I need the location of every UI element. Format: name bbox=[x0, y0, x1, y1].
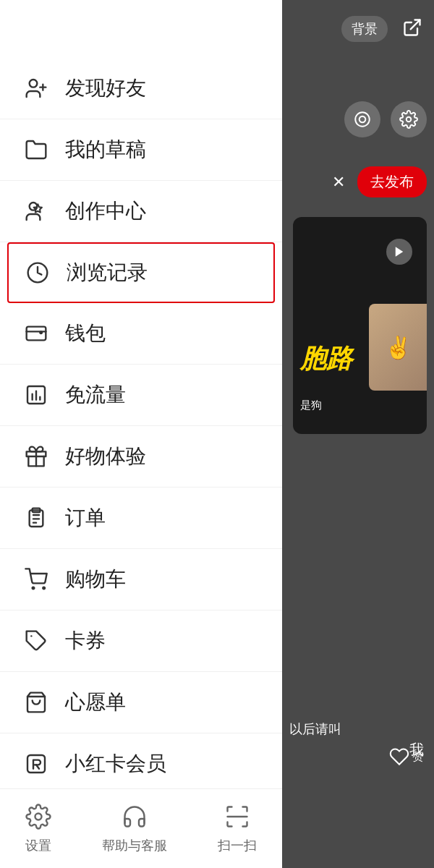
menu-label-creation-center: 创作中心 bbox=[65, 197, 146, 225]
menu-label-free-traffic: 免流量 bbox=[65, 381, 126, 409]
user-plus-icon bbox=[22, 74, 51, 103]
menu-label-wallet: 钱包 bbox=[65, 320, 106, 347]
clock-icon bbox=[23, 258, 52, 287]
svg-point-18 bbox=[33, 587, 35, 590]
svg-point-19 bbox=[43, 587, 45, 590]
close-btn[interactable]: ✕ bbox=[327, 171, 350, 194]
bottom-nav-label-settings: 设置 bbox=[25, 837, 51, 854]
background-btn[interactable]: 背景 bbox=[341, 16, 388, 42]
bottom-nav-label-scan: 扫一扫 bbox=[218, 837, 257, 854]
svg-rect-6 bbox=[27, 327, 46, 341]
menu-item-creation-center[interactable]: 创作中心 bbox=[0, 181, 282, 242]
svg-point-28 bbox=[355, 112, 370, 127]
user-star-icon bbox=[22, 197, 51, 226]
folder-icon bbox=[22, 135, 51, 164]
share-icon[interactable] bbox=[402, 17, 422, 41]
svg-point-29 bbox=[407, 117, 412, 122]
subtitle-text: 以后请叫 bbox=[289, 720, 427, 738]
bottom-nav-label-help: 帮助与客服 bbox=[102, 837, 167, 854]
right-content: ✕ 去发布 iTY 胞路 bbox=[282, 58, 434, 868]
menu-label-coupons: 卡券 bbox=[65, 627, 106, 655]
menu-item-browse-history[interactable]: 浏览记录 bbox=[7, 242, 275, 303]
bottom-nav-scan[interactable]: 扫一扫 bbox=[218, 804, 257, 854]
svg-line-26 bbox=[411, 20, 420, 30]
bottom-nav: 设置 帮助与客服 扫一扫 bbox=[0, 788, 282, 868]
menu-item-my-drafts[interactable]: 我的草稿 bbox=[0, 119, 282, 181]
menu-label-my-drafts: 我的草稿 bbox=[65, 136, 146, 163]
settings-btn[interactable] bbox=[391, 101, 427, 137]
menu-item-orders[interactable]: 订单 bbox=[0, 488, 282, 549]
menu-item-wallet[interactable]: 钱包 bbox=[0, 303, 282, 365]
menu-label-browse-history: 浏览记录 bbox=[67, 259, 148, 286]
hand-image: ✌ bbox=[369, 304, 427, 391]
video-bottom-label: 是狗 bbox=[300, 399, 322, 412]
gear-icon bbox=[25, 804, 51, 833]
menu-item-free-traffic[interactable]: 免流量 bbox=[0, 365, 282, 426]
r-badge-icon bbox=[22, 749, 51, 778]
app-container: 发现好友 我的草稿 创作中心 浏览记录 钱包 免流量 好物体验 bbox=[0, 0, 434, 868]
shopping-bag-icon bbox=[22, 688, 51, 717]
menu-panel: 发现好友 我的草稿 创作中心 浏览记录 钱包 免流量 好物体验 bbox=[0, 0, 282, 868]
tag-icon bbox=[22, 626, 51, 655]
svg-point-0 bbox=[30, 80, 38, 88]
bottom-text-area: 以后请叫 bbox=[289, 720, 427, 738]
menu-item-wishlist[interactable]: 心愿单 bbox=[0, 672, 282, 733]
menu-label-shopping-cart: 购物车 bbox=[65, 566, 126, 593]
menu-label-red-card: 小红卡会员 bbox=[65, 750, 166, 778]
bottom-nav-settings[interactable]: 设置 bbox=[25, 804, 51, 854]
menu-label-wishlist: 心愿单 bbox=[65, 689, 126, 716]
filter-btn[interactable] bbox=[344, 101, 380, 137]
headset-icon bbox=[122, 804, 148, 833]
menu-label-good-experience: 好物体验 bbox=[65, 443, 146, 470]
bar-chart-icon bbox=[22, 380, 51, 409]
menu-item-good-experience[interactable]: 好物体验 bbox=[0, 426, 282, 488]
bottom-nav-help[interactable]: 帮助与客服 bbox=[102, 804, 167, 854]
svg-marker-4 bbox=[34, 204, 42, 212]
menu-item-find-friends[interactable]: 发现好友 bbox=[0, 58, 282, 119]
right-top-bar: 背景 bbox=[282, 0, 434, 58]
gift-icon bbox=[22, 442, 51, 471]
svg-point-27 bbox=[359, 116, 366, 123]
scan-icon bbox=[224, 804, 250, 833]
clipboard-icon bbox=[22, 503, 51, 532]
menu-item-coupons[interactable]: 卡券 bbox=[0, 610, 282, 672]
menu-item-red-card[interactable]: 小红卡会员 bbox=[0, 733, 282, 795]
publish-btn[interactable]: 去发布 bbox=[357, 166, 427, 197]
svg-rect-22 bbox=[27, 755, 45, 773]
publish-area: ✕ 去发布 bbox=[327, 166, 427, 197]
svg-point-24 bbox=[35, 813, 42, 820]
svg-marker-30 bbox=[396, 247, 404, 257]
video-card[interactable]: iTY 胞路 ✌ 是狗 bbox=[293, 217, 427, 434]
me-label: 我 bbox=[409, 740, 424, 760]
shopping-cart-icon bbox=[22, 565, 51, 594]
right-panel: 背景 ✕ bbox=[282, 0, 434, 868]
background-label: 背景 bbox=[352, 20, 378, 38]
menu-label-find-friends: 发现好友 bbox=[65, 75, 146, 102]
video-play-btn[interactable] bbox=[386, 239, 412, 265]
right-controls bbox=[344, 101, 427, 137]
wallet-icon bbox=[22, 319, 51, 348]
menu-label-orders: 订单 bbox=[65, 504, 106, 532]
menu-item-shopping-cart[interactable]: 购物车 bbox=[0, 549, 282, 610]
